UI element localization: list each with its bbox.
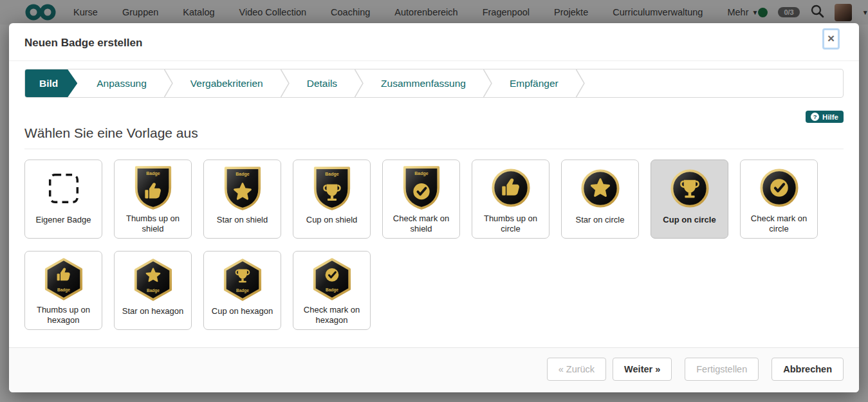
modal-body: BildAnpassungVergabekriterienDetailsZusa… [9, 61, 859, 347]
badge-template-thumbs-up-on-hexagon[interactable]: BadgeThumbs up on hexagon [24, 251, 102, 330]
star-on-circle-icon [580, 165, 620, 212]
badge-template-label: Star on hexagon [122, 306, 183, 316]
template-grid: Eigener Badge Badge Thumbs up on shield … [24, 160, 844, 330]
finish-button[interactable]: Fertigstellen [685, 358, 759, 381]
badge-template-label: Check mark on shield [386, 214, 456, 234]
help-button-label: Hilfe [822, 113, 838, 121]
badge-template-label: Check mark on hexagon [297, 305, 367, 325]
svg-text:Badge: Badge [414, 171, 429, 176]
badge-template-label: Cup on shield [306, 215, 358, 225]
step-separator-icon [163, 69, 174, 98]
badge-template-label: Thumbs up on circle [476, 214, 546, 234]
wizard-step-zusammenfassung[interactable]: Zusammenfassung [364, 69, 483, 97]
check-on-circle-icon [759, 165, 799, 210]
wizard-step-anpassung[interactable]: Anpassung [80, 69, 163, 97]
step-separator-icon [575, 69, 586, 98]
cup-on-hexagon-icon: Badge [223, 257, 262, 303]
star-on-shield-icon: Badge [223, 165, 262, 212]
create-badge-modal: Neuen Badge erstellen × BildAnpassungVer… [9, 23, 859, 392]
badge-template-check-mark-on-hexagon[interactable]: BadgeCheck mark on hexagon [293, 251, 371, 330]
modal-title: Neuen Badge erstellen [24, 37, 142, 49]
section-title: Wählen Sie eine Vorlage aus [24, 125, 844, 149]
wizard-step-vergabekriterien[interactable]: Vergabekriterien [174, 69, 280, 97]
question-mark-icon: ? [811, 113, 819, 121]
svg-text:Badge: Badge [235, 172, 250, 177]
badge-template-check-mark-on-shield[interactable]: Badge Check mark on shield [382, 160, 460, 239]
step-separator-icon [483, 69, 493, 98]
next-button[interactable]: Weiter » [613, 358, 672, 381]
svg-text:Badge: Badge [235, 288, 248, 293]
help-button[interactable]: ? Hilfe [806, 111, 844, 123]
step-separator-icon [354, 69, 364, 98]
cancel-button[interactable]: Abbrechen [771, 358, 844, 381]
badge-template-label: Eigener Badge [35, 215, 91, 225]
svg-text:Badge: Badge [146, 171, 160, 176]
badge-template-label: Thumbs up on shield [118, 214, 188, 234]
badge-template-label: Star on circle [576, 215, 625, 225]
badge-template-thumbs-up-on-shield[interactable]: Badge Thumbs up on shield [114, 160, 192, 239]
modal-header: Neuen Badge erstellen × [9, 23, 859, 61]
badge-template-check-mark-on-circle[interactable]: Check mark on circle [740, 160, 818, 239]
badge-template-cup-on-hexagon[interactable]: BadgeCup on hexagon [203, 251, 281, 330]
badge-template-eigener-badge[interactable]: Eigener Badge [24, 160, 102, 239]
svg-text:Badge: Badge [325, 172, 339, 177]
badge-template-label: Star on shield [217, 215, 268, 225]
badge-template-thumbs-up-on-circle[interactable]: Thumbs up on circle [472, 160, 549, 239]
badge-template-cup-on-shield[interactable]: Badge Cup on shield [293, 160, 371, 239]
svg-text:Badge: Badge [325, 288, 338, 293]
badge-template-star-on-shield[interactable]: Badge Star on shield [203, 160, 281, 239]
cup-on-shield-icon: Badge [313, 165, 351, 212]
wizard-steps: BildAnpassungVergabekriterienDetailsZusa… [24, 69, 844, 98]
wizard-step-details[interactable]: Details [290, 69, 354, 97]
badge-template-star-on-circle[interactable]: Star on circle [561, 160, 639, 239]
svg-text:Badge: Badge [57, 288, 69, 293]
thumbs-up-on-circle-icon [491, 165, 531, 210]
badge-template-label: Cup on hexagon [212, 306, 273, 316]
thumbs-up-on-hexagon-icon: Badge [44, 257, 83, 302]
modal-footer: « Zurück Weiter » Fertigstellen Abbreche… [9, 347, 859, 392]
badge-template-label: Thumbs up on hexagon [28, 305, 98, 325]
check-on-shield-icon: Badge [402, 165, 441, 210]
check-on-hexagon-icon: Badge [313, 257, 351, 302]
svg-text:Badge: Badge [146, 288, 159, 293]
cup-on-circle-icon [670, 165, 710, 212]
badge-template-label: Cup on circle [663, 215, 716, 225]
back-button[interactable]: « Zurück [547, 358, 606, 381]
badge-template-label: Check mark on circle [744, 214, 814, 234]
star-on-hexagon-icon: Badge [134, 257, 172, 303]
wizard-step-empfänger[interactable]: Empfänger [493, 69, 575, 97]
close-icon[interactable]: × [822, 28, 840, 50]
thumbs-up-on-shield-icon: Badge [134, 165, 172, 210]
step-separator-icon [280, 69, 290, 98]
custom-badge-icon [44, 165, 84, 212]
badge-template-star-on-hexagon[interactable]: BadgeStar on hexagon [114, 251, 192, 330]
wizard-step-bild[interactable]: Bild [25, 69, 77, 97]
badge-template-cup-on-circle[interactable]: Cup on circle [651, 160, 728, 239]
